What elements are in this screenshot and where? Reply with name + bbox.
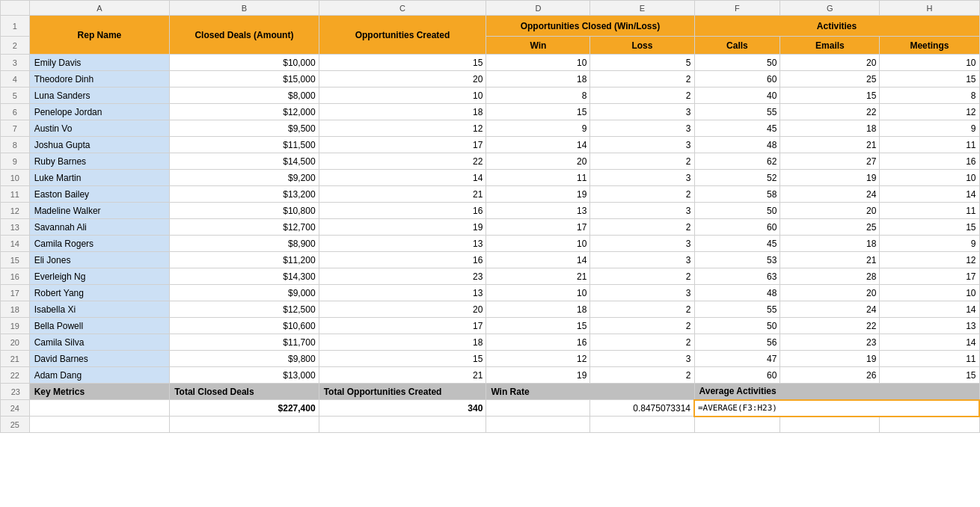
col-header-d[interactable]: D (486, 1, 590, 16)
table-row[interactable]: 14 Camila Rogers $8,900 13 10 3 45 18 9 (1, 236, 980, 252)
opp-closed-header: Opportunities Closed (Win/Loss) (486, 16, 694, 37)
row-num-24: 24 (1, 400, 30, 417)
opp-created-cell: 14 (319, 170, 486, 186)
meetings-cell: 11 (880, 203, 979, 219)
opp-created-cell: 13 (319, 236, 486, 252)
row-num: 12 (1, 203, 30, 219)
meetings-cell: 15 (880, 71, 979, 87)
meetings-cell: 10 (880, 55, 979, 71)
emails-cell: 20 (780, 55, 880, 71)
table-row[interactable]: 15 Eli Jones $11,200 16 14 3 53 21 12 (1, 252, 980, 268)
loss-cell: 3 (590, 236, 694, 252)
formula-cell[interactable]: =AVERAGE(F3:H23) (694, 400, 979, 417)
closed-deals-cell: $13,000 (170, 367, 319, 384)
col-header-h[interactable]: H (880, 1, 979, 16)
opp-created-cell: 20 (319, 71, 486, 87)
table-row[interactable]: 19 Bella Powell $10,600 17 15 2 50 22 13 (1, 318, 980, 334)
table-row[interactable]: 13 Savannah Ali $12,700 19 17 2 60 25 15 (1, 219, 980, 236)
emails-cell: 18 (780, 236, 880, 252)
table-row[interactable]: 12 Madeline Walker $10,800 16 13 3 50 20… (1, 203, 980, 219)
win-cell: 10 (486, 236, 590, 252)
table-row[interactable]: 10 Luke Martin $9,200 14 11 3 52 19 10 (1, 170, 980, 186)
opp-created-cell: 10 (319, 87, 486, 104)
table-row[interactable]: 9 Ruby Barnes $14,500 22 20 2 62 27 16 (1, 153, 980, 170)
opp-created-header: Opportunities Created (319, 16, 486, 55)
rep-name-cell: Joshua Gupta (29, 137, 169, 153)
opp-created-cell: 12 (319, 120, 486, 137)
table-row[interactable]: 6 Penelope Jordan $12,000 18 15 3 55 22 … (1, 104, 980, 120)
rep-name-cell: Theodore Dinh (29, 71, 169, 87)
win-cell: 10 (486, 285, 590, 301)
closed-deals-cell: $11,200 (170, 252, 319, 268)
avg-activities-label: Average Activities (694, 384, 979, 400)
opp-created-cell: 15 (319, 351, 486, 367)
col-header-b[interactable]: B (170, 1, 319, 16)
meetings-cell: 14 (880, 334, 979, 351)
emails-cell: 23 (780, 334, 880, 351)
meetings-header: Meetings (880, 37, 979, 55)
rep-name-cell: Easton Bailey (29, 186, 169, 203)
table-row[interactable]: 7 Austin Vo $9,500 12 9 3 45 18 9 (1, 120, 980, 137)
emails-cell: 19 (780, 170, 880, 186)
loss-cell: 2 (590, 87, 694, 104)
rep-name-cell: Savannah Ali (29, 219, 169, 236)
col-header-a[interactable]: A (29, 1, 169, 16)
loss-cell: 2 (590, 186, 694, 203)
calls-cell: 48 (694, 137, 780, 153)
rep-name-cell: Isabella Xi (29, 301, 169, 318)
empty-row-25: 25 (1, 417, 980, 433)
table-row[interactable]: 17 Robert Yang $9,000 13 10 3 48 20 10 (1, 285, 980, 301)
row-num-2: 2 (1, 37, 30, 55)
emails-cell: 18 (780, 120, 880, 137)
table-row[interactable]: 16 Everleigh Ng $14,300 23 21 2 63 28 17 (1, 268, 980, 285)
meetings-cell: 16 (880, 153, 979, 170)
table-row[interactable]: 21 David Barnes $9,800 15 12 3 47 19 11 (1, 351, 980, 367)
table-row[interactable]: 18 Isabella Xi $12,500 20 18 2 55 24 14 (1, 301, 980, 318)
table-row[interactable]: 4 Theodore Dinh $15,000 20 18 2 60 25 15 (1, 71, 980, 87)
row-num: 19 (1, 318, 30, 334)
table-row[interactable]: 8 Joshua Gupta $11,500 17 14 3 48 21 11 (1, 137, 980, 153)
calls-cell: 50 (694, 55, 780, 71)
loss-cell: 2 (590, 219, 694, 236)
row-num: 22 (1, 367, 30, 384)
col-header-e[interactable]: E (590, 1, 694, 16)
win-cell: 8 (486, 87, 590, 104)
emails-cell: 22 (780, 104, 880, 120)
row-num: 16 (1, 268, 30, 285)
activities-header: Activities (694, 16, 979, 37)
calls-cell: 52 (694, 170, 780, 186)
closed-deals-header: Closed Deals (Amount) (170, 16, 319, 55)
table-row[interactable]: 22 Adam Dang $13,000 21 19 2 60 26 15 (1, 367, 980, 384)
win-cell: 18 (486, 301, 590, 318)
win-cell: 17 (486, 219, 590, 236)
emails-cell: 25 (780, 219, 880, 236)
loss-cell: 2 (590, 71, 694, 87)
table-row[interactable]: 11 Easton Bailey $13,200 21 19 2 58 24 1… (1, 186, 980, 203)
meetings-cell: 14 (880, 186, 979, 203)
win-cell: 11 (486, 170, 590, 186)
opp-created-cell: 16 (319, 252, 486, 268)
win-cell: 12 (486, 351, 590, 367)
rep-name-cell: Robert Yang (29, 285, 169, 301)
table-row[interactable]: 20 Camila Silva $11,700 18 16 2 56 23 14 (1, 334, 980, 351)
meetings-cell: 12 (880, 104, 979, 120)
table-row[interactable]: 3 Emily Davis $10,000 15 10 5 50 20 10 (1, 55, 980, 71)
column-header-row: A B C D E F G H (1, 1, 980, 16)
opp-created-cell: 16 (319, 203, 486, 219)
closed-deals-cell: $15,000 (170, 71, 319, 87)
closed-deals-cell: $11,500 (170, 137, 319, 153)
rep-name-cell: Emily Davis (29, 55, 169, 71)
closed-deals-cell: $12,500 (170, 301, 319, 318)
col-header-f[interactable]: F (694, 1, 780, 16)
table-row[interactable]: 5 Luna Sanders $8,000 10 8 2 40 15 8 (1, 87, 980, 104)
loss-cell: 3 (590, 170, 694, 186)
row-num: 6 (1, 104, 30, 120)
col-header-c[interactable]: C (319, 1, 486, 16)
corner-cell (1, 1, 30, 16)
closed-deals-cell: $14,500 (170, 153, 319, 170)
calls-cell: 40 (694, 87, 780, 104)
col-header-g[interactable]: G (780, 1, 880, 16)
opp-created-cell: 21 (319, 186, 486, 203)
total-opp-value: 340 (319, 400, 486, 417)
meetings-cell: 11 (880, 351, 979, 367)
